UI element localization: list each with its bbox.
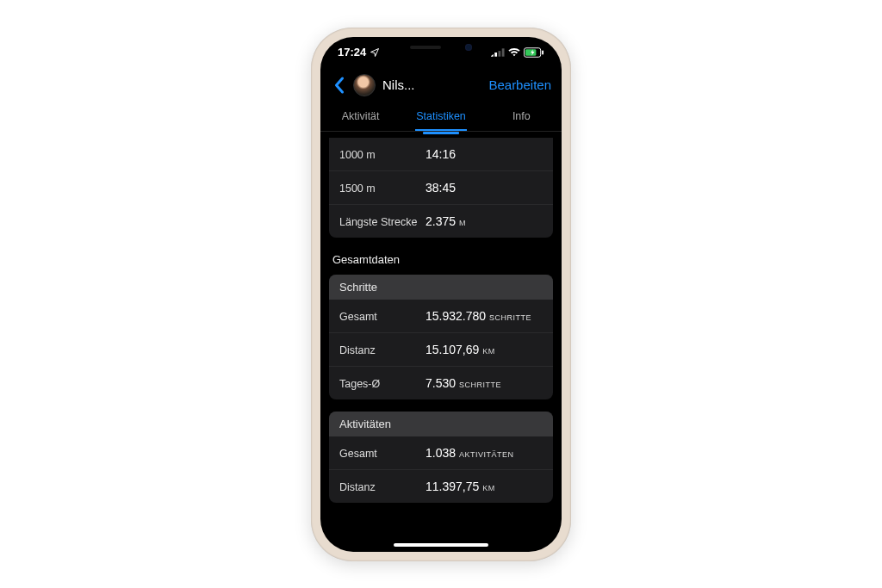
- svg-rect-6: [542, 50, 543, 54]
- row-value: 2.375: [425, 214, 456, 228]
- phone-frame: 17:24 Nils... Bearbeiten Aktivität: [311, 28, 571, 561]
- row-label: Gesamt: [339, 448, 425, 460]
- row-value: 11.397,75: [425, 480, 479, 493]
- table-row: Gesamt 1.038AKTIVITÄTEN: [329, 436, 553, 470]
- battery-icon: [524, 47, 544, 58]
- row-value: 15.932.780: [425, 309, 486, 323]
- table-row: 1500 m 38:45: [329, 171, 553, 205]
- activities-card: Aktivitäten Gesamt 1.038AKTIVITÄTEN Dist…: [329, 412, 553, 503]
- table-row: Gesamt 15.932.780SCHRITTE: [329, 300, 553, 333]
- row-label: Tages-Ø: [339, 378, 425, 390]
- avatar[interactable]: [353, 74, 376, 96]
- nav-bar: Nils... Bearbeiten: [320, 68, 562, 102]
- row-unit: SCHRITTE: [489, 313, 531, 322]
- clock: 17:24: [338, 46, 366, 59]
- row-label: Längste Strecke: [339, 216, 425, 228]
- row-unit: SCHRITTE: [459, 381, 501, 389]
- tab-statistics[interactable]: Statistiken: [401, 102, 481, 131]
- profile-name: Nils...: [382, 77, 415, 92]
- row-value: 1.038: [425, 446, 456, 460]
- svg-rect-3: [502, 48, 505, 56]
- section-title-totals: Gesamtdaten: [329, 250, 553, 275]
- svg-rect-5: [525, 49, 536, 56]
- row-label: Distanz: [339, 344, 425, 356]
- notch: [385, 37, 497, 59]
- table-row: Längste Strecke 2.375M: [329, 205, 553, 238]
- wifi-icon: [508, 48, 520, 57]
- row-label: 1500 m: [339, 183, 425, 195]
- row-unit: AKTIVITÄTEN: [459, 450, 514, 459]
- edit-button[interactable]: Bearbeiten: [488, 77, 551, 92]
- tab-info[interactable]: Info: [481, 102, 562, 131]
- row-value: 38:45: [425, 181, 456, 195]
- location-icon: [370, 47, 380, 58]
- partial-row-indicator: [423, 132, 459, 134]
- screen: 17:24 Nils... Bearbeiten Aktivität: [320, 37, 562, 552]
- tabs: Aktivität Statistiken Info: [320, 102, 562, 132]
- app-content: Nils... Bearbeiten Aktivität Statistiken…: [320, 68, 562, 552]
- card-header-steps: Schritte: [329, 275, 553, 300]
- svg-rect-1: [494, 53, 497, 57]
- home-indicator[interactable]: [394, 543, 488, 547]
- row-label: 1000 m: [339, 149, 425, 161]
- row-unit: M: [459, 219, 466, 227]
- table-row: Tages-Ø 7.530SCHRITTE: [329, 367, 553, 399]
- tab-activity[interactable]: Aktivität: [320, 102, 401, 131]
- row-value: 7.530: [425, 376, 456, 390]
- back-button[interactable]: [331, 72, 346, 98]
- row-unit: KM: [482, 484, 495, 492]
- card-header-activities: Aktivitäten: [329, 412, 553, 436]
- table-row: Distanz 15.107,69KM: [329, 333, 553, 367]
- records-card: 1000 m 14:16 1500 m 38:45 Längste Streck…: [329, 138, 553, 238]
- row-unit: KM: [482, 347, 495, 356]
- row-value: 15.107,69: [425, 343, 479, 356]
- table-row: 1000 m 14:16: [329, 138, 553, 171]
- row-label: Distanz: [339, 481, 425, 493]
- row-label: Gesamt: [339, 311, 425, 323]
- svg-rect-2: [498, 51, 500, 57]
- steps-card: Schritte Gesamt 15.932.780SCHRITTE Dista…: [329, 275, 553, 399]
- scroll-view[interactable]: 1000 m 14:16 1500 m 38:45 Längste Streck…: [320, 132, 562, 552]
- row-value: 14:16: [425, 147, 456, 161]
- table-row: Distanz 11.397,75KM: [329, 470, 553, 503]
